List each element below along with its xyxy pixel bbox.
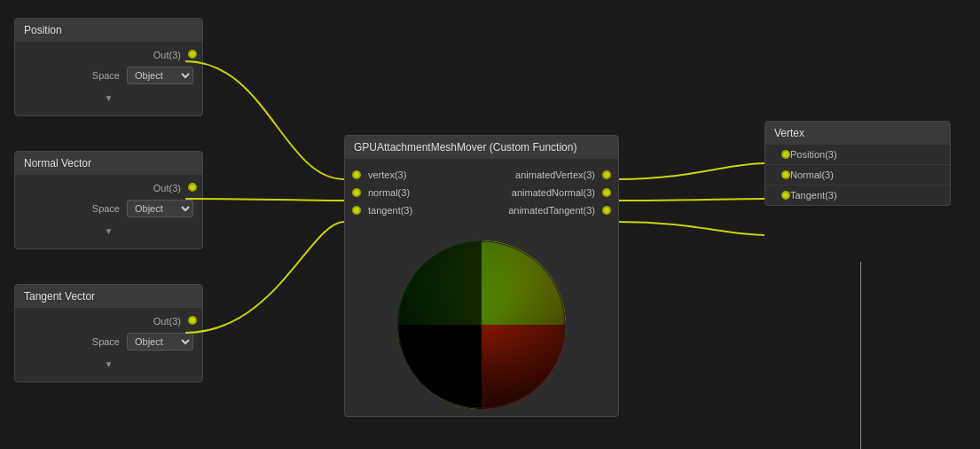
position-node: Position Out(3) Space Object World Tange… xyxy=(14,18,203,116)
vertex-node-title: Vertex xyxy=(765,122,950,145)
position-out-row: Out(3) xyxy=(24,49,193,61)
custom-vertex-label: vertex(3) xyxy=(368,169,406,180)
custom-normal-port xyxy=(352,188,361,197)
color-wheel-svg xyxy=(397,240,566,409)
custom-animated-vertex-label: animatedVertex(3) xyxy=(515,169,595,180)
tangent-vector-node-title: Tangent Vector xyxy=(15,285,202,308)
custom-animated-tangent-label: animatedTangent(3) xyxy=(508,205,595,216)
position-chevron[interactable]: ▼ xyxy=(24,90,193,108)
animated-tangent-to-tangent-connector xyxy=(619,222,764,235)
custom-animated-tangent-output: animatedTangent(3) xyxy=(489,205,611,216)
normal-space-label: Space xyxy=(92,203,120,214)
svg-rect-7 xyxy=(397,240,482,409)
position-out-port xyxy=(188,50,197,59)
custom-animated-vertex-port xyxy=(602,170,611,179)
vertical-connector-line xyxy=(860,262,861,449)
vertex-tangent-port xyxy=(781,191,790,200)
custom-tangent-input: tangent(3) xyxy=(352,205,474,216)
position-node-title: Position xyxy=(15,19,202,42)
custom-vertex-port xyxy=(352,170,361,179)
custom-inputs: vertex(3) normal(3) tangent(3) xyxy=(345,166,482,226)
normal-out-port xyxy=(188,183,197,192)
tangent-out-row: Out(3) xyxy=(24,315,193,327)
svg-rect-3 xyxy=(397,240,482,325)
vertex-normal-port-row: Normal(3) xyxy=(765,165,950,185)
position-space-select[interactable]: Object World Tangent View xyxy=(127,67,193,84)
custom-function-node: GPUAttachmentMeshMover (Custom Function)… xyxy=(344,135,619,417)
animated-normal-to-normal-connector xyxy=(619,199,764,201)
tangent-out-port xyxy=(188,316,197,325)
vertex-tangent-port-row: Tangent(3) xyxy=(765,185,950,205)
custom-normal-label: normal(3) xyxy=(368,187,410,198)
custom-tangent-port xyxy=(352,206,361,215)
svg-rect-1 xyxy=(397,325,482,409)
svg-rect-6 xyxy=(397,240,566,409)
vertex-position-label: Position(3) xyxy=(790,149,837,160)
svg-point-0 xyxy=(397,240,566,409)
custom-animated-normal-port xyxy=(602,188,611,197)
position-out-label: Out(3) xyxy=(153,50,181,60)
custom-animated-normal-label: animatedNormal(3) xyxy=(512,187,595,198)
custom-normal-input: normal(3) xyxy=(352,187,474,198)
custom-animated-normal-output: animatedNormal(3) xyxy=(489,187,611,198)
custom-tangent-label: tangent(3) xyxy=(368,205,412,216)
normal-chevron[interactable]: ▼ xyxy=(24,223,193,241)
svg-rect-5 xyxy=(397,240,566,325)
animated-vertex-to-position-connector xyxy=(619,163,764,179)
svg-point-8 xyxy=(398,241,565,408)
normal-vector-node-title: Normal Vector xyxy=(15,152,202,175)
custom-animated-tangent-port xyxy=(602,206,611,215)
tangent-space-select[interactable]: Object World Tangent View xyxy=(127,333,193,351)
position-space-row: Space Object World Tangent View xyxy=(24,67,193,84)
position-space-label: Space xyxy=(92,70,120,81)
position-to-vertex-connector xyxy=(185,61,344,179)
svg-rect-2 xyxy=(482,325,566,409)
normal-vector-node: Normal Vector Out(3) Space Object World … xyxy=(14,151,203,249)
tangent-space-label: Space xyxy=(92,336,120,347)
vertex-tangent-label: Tangent(3) xyxy=(790,190,837,201)
custom-function-title: GPUAttachmentMeshMover (Custom Function) xyxy=(345,136,618,159)
vertex-normal-label: Normal(3) xyxy=(790,169,834,180)
color-wheel xyxy=(397,240,566,409)
vertex-ports: Position(3) Normal(3) Tangent(3) xyxy=(765,145,950,205)
vertex-normal-port xyxy=(781,170,790,179)
custom-animated-vertex-output: animatedVertex(3) xyxy=(489,169,611,180)
normal-to-normal-connector xyxy=(185,199,344,201)
tangent-space-row: Space Object World Tangent View xyxy=(24,333,193,351)
tangent-chevron[interactable]: ▼ xyxy=(24,356,193,374)
tangent-to-tangent-connector xyxy=(185,222,344,333)
vertex-position-port-row: Position(3) xyxy=(765,145,950,165)
normal-space-select[interactable]: Object World Tangent View xyxy=(127,200,193,217)
tangent-out-label: Out(3) xyxy=(153,316,181,327)
normal-out-label: Out(3) xyxy=(153,183,181,193)
vertex-node: Vertex Position(3) Normal(3) Tangent(3) xyxy=(764,121,951,206)
svg-rect-4 xyxy=(482,240,566,325)
custom-outputs: animatedVertex(3) animatedNormal(3) anim… xyxy=(482,166,618,226)
color-wheel-container xyxy=(397,240,566,409)
normal-out-row: Out(3) xyxy=(24,182,193,194)
custom-vertex-input: vertex(3) xyxy=(352,169,474,180)
tangent-vector-node: Tangent Vector Out(3) Space Object World… xyxy=(14,284,203,382)
normal-space-row: Space Object World Tangent View xyxy=(24,200,193,217)
vertex-position-port xyxy=(781,150,790,159)
